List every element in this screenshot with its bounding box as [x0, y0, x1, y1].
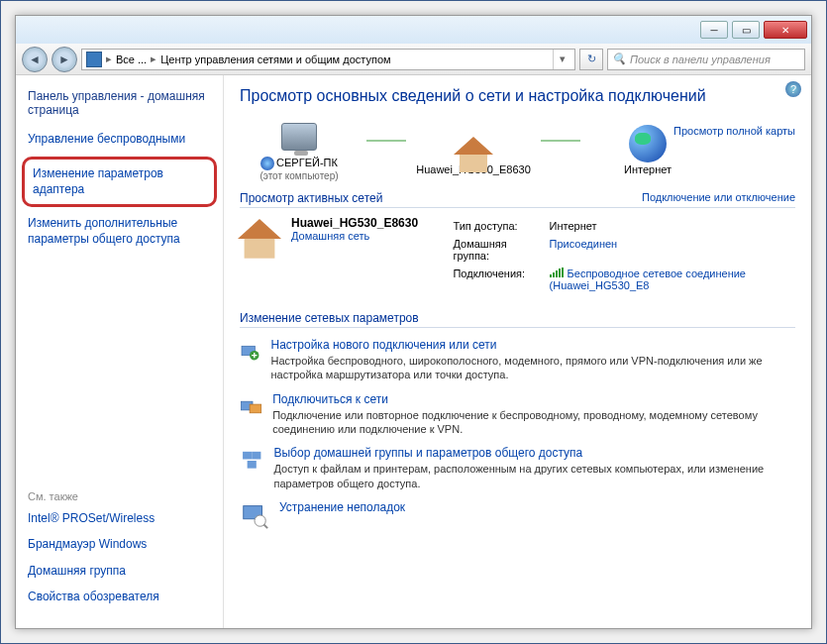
body: Панель управления - домашняя страница Уп…: [16, 75, 811, 628]
see-also-homegroup[interactable]: Домашняя группа: [28, 563, 211, 579]
control-panel-icon: [86, 52, 102, 67]
forward-button[interactable]: ►: [52, 47, 77, 72]
svg-rect-4: [243, 452, 252, 460]
search-icon: 🔍: [612, 53, 626, 65]
sidebar-item-wireless[interactable]: Управление беспроводными: [28, 131, 211, 147]
chevron-right-icon: ▸: [151, 53, 156, 65]
see-also-label: См. также: [28, 490, 211, 502]
task-new-connection[interactable]: Настройка нового подключения или сети На…: [240, 338, 795, 382]
signal-icon: [550, 268, 564, 277]
homegroup-icon: [240, 446, 263, 476]
access-label: Тип доступа:: [453, 218, 547, 234]
address-dropdown[interactable]: ▾: [553, 50, 570, 69]
network-type-link[interactable]: Домашняя сеть: [291, 230, 369, 242]
svg-rect-3: [250, 404, 261, 413]
sidebar-item-sharing[interactable]: Изменить дополнительные параметры общего…: [28, 215, 211, 247]
new-connection-icon: [240, 338, 260, 368]
globe-icon: [260, 157, 274, 170]
network-identity: Huawei_HG530_E8630 Домашняя сеть: [240, 216, 437, 295]
address-bar[interactable]: ▸ Все ... ▸ Центр управления сетями и об…: [81, 49, 575, 70]
map-connector: [366, 140, 406, 142]
troubleshoot-icon: [240, 500, 269, 530]
active-network: Huawei_HG530_E8630 Домашняя сеть Тип дос…: [240, 216, 795, 295]
breadcrumb-seg[interactable]: Центр управления сетями и общим доступом: [160, 54, 390, 65]
task-title[interactable]: Настройка нового подключения или сети: [270, 338, 795, 352]
section-change-settings: Изменение сетевых параметров: [240, 311, 795, 328]
globe-icon: [629, 125, 667, 162]
homegroup-link[interactable]: Присоединен: [550, 238, 618, 250]
house-icon: [240, 216, 283, 260]
sidebar: Панель управления - домашняя страница Уп…: [16, 75, 224, 628]
help-icon[interactable]: ?: [785, 81, 801, 97]
task-troubleshoot[interactable]: Устранение неполадок: [240, 500, 795, 530]
network-details: Тип доступа:Интернет Домашняя группа:При…: [451, 216, 795, 295]
search-input[interactable]: 🔍 Поиск в панели управления: [607, 49, 805, 70]
task-desc: Настройка беспроводного, широкополосного…: [270, 354, 795, 382]
task-title[interactable]: Выбор домашней группы и параметров общег…: [273, 446, 795, 460]
close-button[interactable]: ✕: [764, 21, 807, 39]
section-label: Изменение сетевых параметров: [240, 311, 419, 325]
section-active-networks: Просмотр активных сетей Подключение или …: [240, 191, 795, 208]
section-label: Просмотр активных сетей: [240, 191, 382, 205]
task-title[interactable]: Устранение неполадок: [279, 500, 405, 514]
map-internet-label: Интернет: [624, 163, 672, 175]
sidebar-item-adapter-settings[interactable]: Изменение параметров адаптера: [22, 157, 217, 206]
connections-label: Подключения:: [453, 266, 547, 293]
full-map-link[interactable]: Просмотр полной карты: [673, 125, 795, 137]
navbar: ◄ ► ▸ Все ... ▸ Центр управления сетями …: [16, 44, 811, 75]
see-also-firewall[interactable]: Брандмауэр Windows: [28, 536, 211, 552]
map-pc-label: СЕРГЕЙ-ПК: [276, 157, 338, 168]
map-node-pc: СЕРГЕЙ-ПК (этот компьютер): [240, 117, 359, 181]
breadcrumb-seg[interactable]: Все ...: [116, 54, 147, 65]
monitor-icon: [281, 123, 317, 151]
house-icon: [454, 137, 493, 155]
task-homegroup[interactable]: Выбор домашней группы и параметров общег…: [240, 446, 795, 490]
window-inner: ─ ▭ ✕ ◄ ► ▸ Все ... ▸ Центр управления с…: [15, 15, 812, 629]
network-name: Huawei_HG530_E8630: [291, 216, 418, 230]
chevron-right-icon: ▸: [106, 53, 112, 65]
minimize-button[interactable]: ─: [700, 21, 728, 39]
search-placeholder: Поиск в панели управления: [630, 54, 771, 65]
access-value: Интернет: [550, 218, 793, 234]
task-desc: Доступ к файлам и принтерам, расположенн…: [273, 462, 795, 490]
maximize-button[interactable]: ▭: [732, 21, 760, 39]
svg-rect-5: [252, 452, 260, 460]
map-node-router: Huawei_HG530_E8630: [414, 124, 533, 175]
connect-disconnect-link[interactable]: Подключение или отключение: [642, 191, 795, 205]
page-title: Просмотр основных сведений о сети и наст…: [240, 87, 795, 105]
map-connector: [541, 140, 580, 142]
refresh-button[interactable]: ↻: [579, 49, 603, 70]
see-also-intel[interactable]: Intel® PROSet/Wireless: [28, 510, 211, 526]
homegroup-label: Домашняя группа:: [453, 236, 547, 264]
sidebar-home[interactable]: Панель управления - домашняя страница: [28, 89, 211, 117]
window-frame: ─ ▭ ✕ ◄ ► ▸ Все ... ▸ Центр управления с…: [0, 0, 827, 644]
task-desc: Подключение или повторное подключение к …: [272, 408, 795, 437]
task-connect[interactable]: Подключиться к сети Подключение или повт…: [240, 392, 795, 437]
see-also-internet-options[interactable]: Свойства обозревателя: [28, 589, 211, 604]
map-pc-sublabel: (этот компьютер): [259, 170, 338, 181]
task-title[interactable]: Подключиться к сети: [272, 392, 795, 406]
svg-rect-6: [248, 461, 257, 469]
main-pane: ? Просмотр основных сведений о сети и на…: [224, 75, 811, 628]
connect-icon: [240, 392, 262, 422]
connection-link[interactable]: Беспроводное сетевое соединение (Huawei_…: [550, 268, 746, 291]
titlebar: ─ ▭ ✕: [16, 16, 811, 44]
back-button[interactable]: ◄: [22, 47, 48, 72]
